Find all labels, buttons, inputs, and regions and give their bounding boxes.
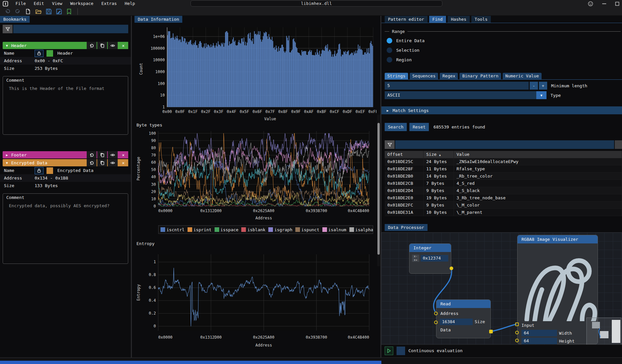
bookmark-undo-button[interactable] <box>87 151 97 158</box>
bookmark-close-button[interactable]: ✕ <box>118 151 128 158</box>
table-row[interactable]: 0x018DE2E019 Bytes3_Rb_tree_node_base <box>385 194 622 202</box>
bookmark-lock-button[interactable] <box>35 167 44 174</box>
subtab-numeric-value[interactable]: Numeric Value <box>503 73 542 79</box>
bookmark-undo-button[interactable] <box>87 159 97 166</box>
menu-view[interactable]: View <box>48 0 66 7</box>
visualizer-width-input[interactable]: 64 <box>521 330 557 336</box>
maximize-icon[interactable] <box>615 2 619 6</box>
bookmark-header-encrypted-data[interactable]: ▼ Encrypted Data ✕ <box>3 159 128 166</box>
pin-read-address[interactable] <box>434 312 438 315</box>
tab-data-processor[interactable]: Data Processor <box>385 224 428 231</box>
column-size[interactable]: Size ▲ <box>424 151 454 158</box>
bookmarks-filter-button[interactable] <box>3 25 13 33</box>
bookmark-comment-text[interactable]: Encrypted data, possibly AES encrypted? <box>3 201 128 210</box>
pin-read-size[interactable] <box>434 321 438 324</box>
bookmarks-filter-input[interactable] <box>13 25 128 33</box>
bookmark-visibility-button[interactable] <box>108 159 118 166</box>
node-integer-title[interactable]: Integer <box>409 244 451 252</box>
legend-item-isalnum[interactable]: isalnum <box>322 227 346 232</box>
node-visualizer-title[interactable]: RGBA8 Image Visualizer <box>518 235 598 243</box>
redo-icon[interactable] <box>15 9 21 14</box>
chevron-down-icon[interactable]: ▼ <box>536 91 547 99</box>
visualizer-height-input[interactable]: 64 <box>521 338 557 344</box>
table-row[interactable]: 0x018DE2D49 Bytes4_S_black <box>385 187 622 194</box>
table-row[interactable]: 0x018DE28F11 BytesRfalse_type <box>385 165 622 173</box>
bookmark-copy-button[interactable] <box>97 151 107 158</box>
column-value[interactable]: Value <box>454 151 622 158</box>
subtab-binary-pattern[interactable]: Binary Pattern <box>459 73 501 79</box>
radio-region[interactable] <box>387 57 392 63</box>
undo-icon[interactable] <box>5 9 11 14</box>
table-row[interactable]: 0x018DE2FC9 Bytes\_M_color <box>385 202 622 209</box>
reset-button[interactable]: Reset <box>409 123 429 131</box>
legend-item-isprint[interactable]: isprint <box>188 227 212 232</box>
legend-item-ispunct[interactable]: ispunct <box>295 227 319 232</box>
results-filter-button[interactable] <box>385 140 395 149</box>
chevron-down-icon[interactable]: ▼ <box>3 44 11 47</box>
legend-item-isblank[interactable]: isblank <box>241 227 265 232</box>
bookmark-copy-button[interactable] <box>97 42 107 49</box>
bookmark-comment-text[interactable]: This is the Header of the File format <box>3 84 128 93</box>
legend-item-isgraph[interactable]: isgraph <box>268 227 292 232</box>
evaluate-play-button[interactable] <box>385 347 393 355</box>
feedback-smiley-icon[interactable] <box>588 1 593 7</box>
search-button[interactable]: Search <box>385 123 407 131</box>
node-minimap[interactable] <box>586 318 621 345</box>
min-length-decrement-button[interactable]: - <box>530 82 538 90</box>
table-row[interactable]: 0x018DE31A10 Bytes\_M_parent <box>385 209 622 216</box>
bookmark-color-swatch[interactable] <box>46 167 53 174</box>
chevron-right-icon[interactable]: ▶ <box>3 153 11 157</box>
tab-bookmarks[interactable]: Bookmarks <box>0 16 30 23</box>
table-row[interactable]: 0x018DE25C24 Bytes_ZNSaIwE10deallocateEP… <box>385 158 622 165</box>
continuous-evaluation-checkbox[interactable] <box>397 347 405 355</box>
legend-item-isalpha[interactable]: isalpha <box>349 227 373 232</box>
match-settings-header[interactable]: ▶ Match Settings <box>381 106 622 114</box>
min-length-increment-button[interactable]: + <box>539 82 547 90</box>
save-icon[interactable] <box>46 9 52 14</box>
menu-edit[interactable]: Edit <box>30 0 48 7</box>
integer-value-input[interactable]: 0x12374 <box>421 255 448 262</box>
tab-pattern-editor[interactable]: Pattern editor <box>385 16 428 23</box>
pin-visualizer-height[interactable] <box>515 339 519 342</box>
pin-visualizer-width[interactable] <box>515 331 519 334</box>
new-file-icon[interactable] <box>25 9 31 14</box>
subtab-sequences[interactable]: Sequences <box>410 73 438 79</box>
node-integer[interactable]: Integer x-x+ 0x12374 <box>409 243 451 274</box>
type-select[interactable]: ASCII <box>385 91 536 99</box>
read-size-input[interactable]: 16384 <box>440 319 473 325</box>
menu-workspace[interactable]: Workspace <box>66 0 97 7</box>
open-folder-icon[interactable] <box>35 9 42 14</box>
node-read-title[interactable]: Read <box>436 300 490 308</box>
radio-entire-data[interactable] <box>387 38 392 43</box>
table-row[interactable]: 0x018DE2CB7 Bytes4_S_red <box>385 180 622 187</box>
radio-selection[interactable] <box>387 47 392 53</box>
bookmark-copy-button[interactable] <box>97 159 107 166</box>
legend-item-iscntrl[interactable]: iscntrl <box>161 227 185 232</box>
menu-help[interactable]: Help <box>121 0 139 7</box>
data-processor-canvas[interactable]: Integer x-x+ 0x12374 Read Address 16384 … <box>381 232 622 345</box>
bookmark-icon[interactable] <box>66 9 72 14</box>
pin-visualizer-input[interactable] <box>515 322 519 326</box>
legend-item-isspace[interactable]: isspace <box>215 227 239 232</box>
bookmark-visibility-button[interactable] <box>108 151 118 158</box>
minimize-icon[interactable] <box>602 1 607 6</box>
bookmark-header-header[interactable]: ▼ Header ✕ <box>3 42 128 49</box>
subtab-regex[interactable]: Regex <box>440 73 458 79</box>
pin-read-data-output[interactable] <box>489 330 493 333</box>
bookmark-color-swatch[interactable] <box>46 50 53 57</box>
bookmark-close-button[interactable]: ✕ <box>118 42 128 49</box>
integer-mode-icon[interactable]: x-x+ <box>412 255 419 262</box>
tab-data-information[interactable]: Data Information <box>134 16 182 23</box>
bookmark-header-footer[interactable]: ▶ Footer ✕ <box>3 151 128 158</box>
node-read[interactable]: Read Address 16384 Size Data <box>436 299 491 338</box>
bookmark-visibility-button[interactable] <box>108 42 118 49</box>
scrollbar-track[interactable] <box>377 115 380 266</box>
tab-hashes[interactable]: Hashes <box>448 16 470 23</box>
pin-integer-output[interactable] <box>450 266 453 270</box>
menu-extras[interactable]: Extras <box>97 0 121 7</box>
bookmark-undo-button[interactable] <box>87 42 97 49</box>
save-as-icon[interactable] <box>56 9 62 14</box>
bookmark-lock-button[interactable] <box>35 50 44 57</box>
subtab-strings[interactable]: Strings <box>385 73 408 79</box>
table-row[interactable]: 0x018DE2B014 Bytes_Rb_tree_color <box>385 173 622 180</box>
